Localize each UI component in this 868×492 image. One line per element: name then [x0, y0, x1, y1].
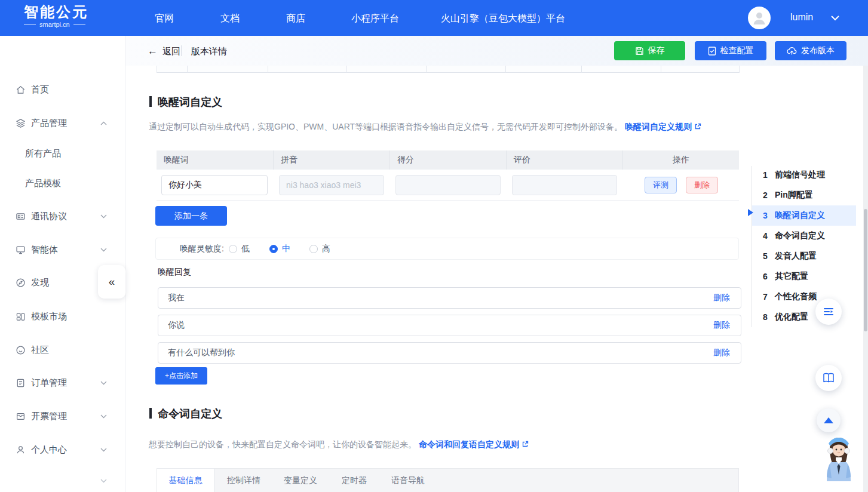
command-section-description: 想要控制自己的设备，快来配置自定义命令词吧，让你的设备智能起来。 命令词和回复语… [149, 439, 529, 450]
radio-high-label[interactable]: 高 [322, 244, 330, 254]
back-arrow-icon: ← [148, 45, 158, 57]
sidebar-item-order-mgmt[interactable]: 订单管理 [0, 375, 125, 390]
radio-medium-label[interactable]: 中 [282, 244, 290, 254]
toc-fab[interactable] [815, 299, 842, 325]
publish-button[interactable]: 发布版本 [775, 41, 846, 60]
sensitivity-card: 唤醒灵敏度: 低 中 高 [155, 238, 739, 260]
top-header: 智能公元 smartpi.cn 官网 文档 商店 小程序平台 火山引擎（豆包大模… [0, 0, 868, 36]
arrow-up-icon [824, 417, 833, 423]
tab-timer[interactable]: 定时器 [342, 469, 367, 492]
version-toolbar: ← 返回 版本详情 保存 检查配置 发布版本 [125, 36, 868, 66]
sidebar-item-community[interactable]: 社区 [0, 342, 125, 358]
radio-low-label[interactable]: 低 [241, 244, 250, 254]
anchor-item-1[interactable]: 1前端信号处理 [752, 165, 856, 185]
logo-subtitle-row: smartpi.cn [24, 21, 88, 28]
add-wake-word-button[interactable]: 添加一条 [155, 206, 227, 226]
radio-medium[interactable] [269, 245, 278, 253]
chevron-down-icon [100, 479, 107, 483]
anchor-item-3-active[interactable]: 3唤醒词自定义 [752, 205, 856, 226]
sidebar-item-product-templates[interactable]: 产品模板 [0, 176, 125, 191]
section-marker [149, 96, 152, 107]
nav-item-official[interactable]: 官网 [155, 13, 174, 25]
radio-low[interactable] [229, 245, 237, 253]
anchor-item-2[interactable]: 2Pin脚配置 [752, 185, 856, 205]
monitor-icon [16, 245, 26, 255]
external-link-icon[interactable] [522, 441, 529, 448]
nav-item-volcengine[interactable]: 火山引擎（豆包大模型）平台 [441, 13, 565, 25]
add-reply-button[interactable]: +点击添加 [155, 367, 207, 385]
customer-service-mascot[interactable] [824, 435, 854, 485]
rating-input [512, 175, 617, 195]
wake-word-input[interactable] [161, 175, 268, 195]
layers-icon [16, 118, 26, 128]
username[interactable]: lumin [790, 12, 813, 23]
col-header-actions: 操作 [622, 150, 739, 170]
anchor-item-7[interactable]: 7个性化音频 [752, 287, 856, 307]
logo[interactable]: 智能公元 smartpi.cn [24, 5, 88, 28]
anchor-item-5[interactable]: 5发音人配置 [752, 246, 856, 266]
external-link-icon[interactable] [694, 123, 701, 130]
sidebar-item-all-products[interactable]: 所有产品 [0, 146, 125, 161]
col-header-word: 唤醒词 [157, 150, 273, 170]
logo-dash-right [73, 24, 85, 25]
reply-row[interactable]: 我在 删除 [158, 287, 741, 309]
col-header-pinyin: 拼音 [273, 150, 389, 170]
user-icon [750, 9, 768, 27]
delete-reply-link[interactable]: 删除 [713, 320, 730, 331]
sensitivity-label: 唤醒灵敏度: [180, 244, 224, 254]
wake-section-description: 通过定制可以自动生成代码，实现GPIO、PWM、UART等端口根据语音指令输出自… [149, 122, 701, 133]
test-button[interactable]: 评测 [645, 177, 677, 193]
doc-check-icon [708, 47, 716, 56]
collapse-icon: « [109, 275, 115, 288]
anchor-item-6[interactable]: 6其它配置 [752, 266, 856, 287]
radio-high[interactable] [309, 245, 318, 253]
docs-fab[interactable] [815, 365, 842, 391]
sidebar: 首页 产品管理 所有产品 产品模板 通讯协议 智能体 发现 模板市场 社区 订单… [0, 36, 125, 492]
sidebar-item-product-mgmt[interactable]: 产品管理 [0, 115, 125, 131]
toc-list-icon [823, 306, 835, 318]
person-icon [16, 445, 26, 455]
avatar[interactable] [748, 7, 771, 29]
back-to-top-fab[interactable] [817, 408, 841, 432]
smiley-icon [16, 345, 26, 355]
tab-control-detail[interactable]: 控制详情 [227, 469, 260, 492]
open-book-icon [823, 373, 835, 383]
tab-basic-info[interactable]: 基础信息 [157, 469, 214, 492]
chevron-down-icon[interactable] [831, 16, 839, 21]
cloud-upload-icon [787, 47, 797, 55]
scrollbar-thumb[interactable] [864, 209, 867, 331]
sidebar-collapse-handle[interactable]: « [98, 265, 125, 299]
reply-row[interactable]: 有什么可以帮到你 删除 [158, 342, 741, 364]
sidebar-item-profile[interactable]: 个人中心 [0, 442, 125, 457]
chevron-down-icon [100, 448, 107, 452]
active-anchor-marker [748, 209, 753, 216]
wake-table-row: 评测 删除 [157, 170, 739, 201]
back-button[interactable]: ← 返回 [148, 45, 180, 57]
check-config-button[interactable]: 检查配置 [695, 41, 766, 60]
sidebar-item-protocol[interactable]: 通讯协议 [0, 208, 125, 224]
chevron-down-icon [100, 414, 107, 419]
anchor-item-4[interactable]: 4命令词自定义 [752, 226, 856, 246]
tab-voice-nav[interactable]: 语音导航 [391, 469, 425, 492]
nav-item-docs[interactable]: 文档 [220, 13, 240, 25]
protocol-icon [16, 211, 26, 222]
wake-rule-link[interactable]: 唤醒词自定义规则 [625, 122, 692, 131]
nav-item-store[interactable]: 商店 [286, 13, 305, 25]
logo-subtitle: smartpi.cn [39, 21, 70, 28]
sidebar-item-invoice-mgmt[interactable]: 开票管理 [0, 408, 125, 424]
tab-variable-def[interactable]: 变量定义 [284, 469, 317, 492]
delete-row-button[interactable]: 删除 [686, 177, 718, 193]
command-section-title: 命令词自定义 [158, 407, 222, 421]
sidebar-item-agent[interactable]: 智能体 [0, 242, 125, 257]
cutoff-table-strip [157, 64, 740, 73]
delete-reply-link[interactable]: 删除 [713, 293, 730, 303]
delete-reply-link[interactable]: 删除 [713, 348, 730, 358]
save-button[interactable]: 保存 [614, 41, 685, 60]
sidebar-item-home[interactable]: 首页 [0, 82, 125, 97]
command-rule-link[interactable]: 命令词和回复语自定义规则 [419, 439, 519, 449]
chevron-down-icon [100, 214, 107, 219]
reply-row[interactable]: 你说 删除 [158, 315, 741, 336]
sidebar-item-template-market[interactable]: 模板市场 [0, 309, 125, 324]
nav-item-miniprogram[interactable]: 小程序平台 [351, 13, 399, 25]
col-header-score: 得分 [389, 150, 506, 170]
